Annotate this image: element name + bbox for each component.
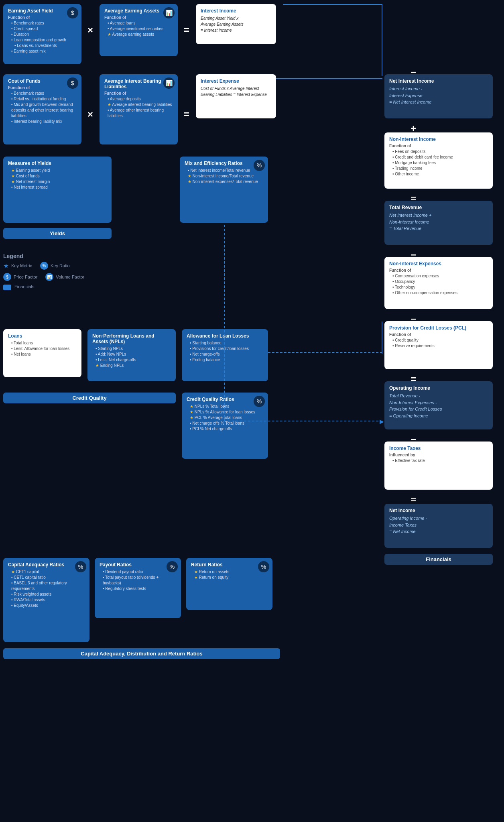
arrow-head-1: ▶ bbox=[380, 418, 384, 425]
mix-efficiency-title: Mix and Efficiency Ratios bbox=[185, 161, 263, 166]
connector-v2 bbox=[382, 321, 382, 354]
bar-chart-icon: 📊 bbox=[163, 7, 175, 18]
npls-card: Non-Performing Loans and Assets (NPLs) •… bbox=[87, 329, 176, 381]
all-title: Allowance for Loan Losses bbox=[187, 333, 263, 339]
nii-body: Interest Income -Interest Expense= Net I… bbox=[389, 85, 488, 106]
percent-icon-1: % bbox=[254, 160, 265, 171]
cost-of-funds-subtitle: Function of bbox=[8, 85, 77, 90]
equals-op-2: = bbox=[181, 108, 193, 120]
legend-key-ratio-label: Key Ratio bbox=[51, 263, 70, 268]
loans-body: • Total loans • Less: Allowance for loan… bbox=[8, 340, 77, 357]
all-body: • Starting balance • Provisions for cred… bbox=[187, 340, 263, 363]
legend-fin-icon bbox=[3, 285, 11, 290]
oi-body: Total Revenue -Non-Interest Expenses -Pr… bbox=[389, 393, 488, 419]
percent-icon-4: % bbox=[167, 561, 178, 572]
measures-yields-body: ★ Earning asset yield ★ Cost of funds ★ … bbox=[8, 168, 107, 190]
operating-income-card: Operating Income Total Revenue -Non-Inte… bbox=[384, 381, 493, 429]
legend-key-metric-label: Key Metric bbox=[11, 263, 32, 268]
oi-title: Operating Income bbox=[389, 385, 488, 391]
yields-label: Yields bbox=[3, 228, 112, 239]
earning-asset-yield-title: Earning Asset Yield bbox=[8, 8, 77, 14]
ni-title: Net Income bbox=[389, 508, 488, 513]
connector-h1 bbox=[283, 4, 382, 5]
interest-expense-title: Interest Expense bbox=[201, 78, 271, 84]
legend-price-factor: $ Price Factor bbox=[3, 273, 37, 281]
earning-asset-yield-card: $ Earning Asset Yield Function of • Benc… bbox=[3, 4, 81, 64]
percent-icon-2: % bbox=[254, 396, 265, 407]
pr-title: Payout Ratios bbox=[100, 562, 176, 568]
dashed-arrow-1 bbox=[268, 352, 382, 353]
legend-box: Legend ★ Key Metric % Key Ratio $ Price … bbox=[3, 253, 112, 291]
earning-asset-yield-subtitle: Function of bbox=[8, 15, 77, 20]
financials-label: Financials bbox=[384, 554, 493, 565]
cqr-title: Credit Quality Ratios bbox=[187, 397, 263, 402]
nie-body: • Compensation expenses • Occupancy • Te… bbox=[389, 273, 488, 296]
car-body: ★ CET1 capital • CET1 capital ratio • BA… bbox=[8, 569, 85, 608]
avg-earning-assets-title: Average Earning Assets bbox=[104, 8, 173, 14]
total-revenue-card: Total Revenue Net Interest Income +Non-I… bbox=[384, 201, 493, 245]
dollar-icon: $ bbox=[67, 7, 78, 18]
multiply-op-2: × bbox=[84, 108, 96, 120]
npls-title: Non-Performing Loans and Assets (NPLs) bbox=[92, 333, 171, 344]
it-title: Income Taxes bbox=[389, 446, 488, 451]
income-taxes-card: Income Taxes Influenced by • Effective t… bbox=[384, 442, 493, 490]
ni-body: Operating Income -Income Taxes= Net Inco… bbox=[389, 515, 488, 535]
connector-v1 bbox=[382, 4, 382, 76]
avg-ibl-title: Average Interest Bearing Liabilities bbox=[104, 78, 173, 90]
dollar-icon-2: $ bbox=[67, 77, 78, 89]
bar-chart-icon-2: 📊 bbox=[163, 77, 175, 89]
nii2-body: • Fees on deposits • Credit and debit ca… bbox=[389, 149, 488, 177]
payout-ratios-card: % Payout Ratios • Dividend payout ratio … bbox=[95, 558, 181, 618]
avg-ibl-subtitle: Function of bbox=[104, 91, 173, 96]
dashed-v-1 bbox=[224, 225, 225, 421]
avg-earning-assets-body: • Average loans • Average investment sec… bbox=[104, 20, 173, 37]
interest-income-body: Earning Asset Yield xAverage Earning Ass… bbox=[201, 15, 271, 33]
return-ratios-card: % Return Ratios ★ Return on assets ★ Ret… bbox=[186, 558, 272, 610]
non-interest-expenses-card: Non-Interest Expenses Function of • Comp… bbox=[384, 257, 493, 309]
it-subtitle: Influenced by bbox=[389, 453, 488, 457]
multiply-op-1: × bbox=[84, 24, 96, 36]
non-interest-income-card: Non-Interest Income Function of • Fees o… bbox=[384, 132, 493, 189]
pcl-title: Provision for Credit Losses (PCL) bbox=[389, 325, 488, 331]
cqr-body: ★ NPLs % Total loans ★ NPLs % Allowance … bbox=[187, 404, 263, 432]
mix-efficiency-body: • Net interest income/Total revenue ★ No… bbox=[185, 168, 263, 185]
total-revenue-body: Net Interest Income +Non-Interest Income… bbox=[389, 212, 488, 232]
nie-title: Non-Interest Expenses bbox=[389, 261, 488, 267]
legend-title: Legend bbox=[3, 253, 112, 259]
npls-body: • Starting NPLs • Add: New NPLs • Less: … bbox=[92, 346, 171, 368]
loans-card: Loans • Total loans • Less: Allowance fo… bbox=[3, 329, 81, 377]
loans-title: Loans bbox=[8, 333, 77, 339]
legend-key-ratio: % Key Ratio bbox=[40, 262, 70, 270]
connector-h2 bbox=[276, 78, 382, 79]
legend-dollar-icon: $ bbox=[3, 273, 11, 281]
total-revenue-title: Total Revenue bbox=[389, 205, 488, 210]
provision-credit-losses-card: Provision for Credit Losses (PCL) Functi… bbox=[384, 321, 493, 369]
capital-adequacy-card: % Capital Adequacy Ratios ★ CET1 capital… bbox=[3, 558, 89, 642]
net-interest-income-card: Net Interest Income Interest Income -Int… bbox=[384, 74, 493, 118]
main-diagram: $ Earning Asset Yield Function of • Benc… bbox=[0, 0, 504, 8]
equals-op-1: = bbox=[181, 24, 193, 36]
nie-subtitle: Function of bbox=[389, 268, 488, 273]
avg-ibl-body: • Average deposits ★ Average interest be… bbox=[104, 96, 173, 119]
cost-of-funds-title: Cost of Funds bbox=[8, 78, 77, 84]
mix-efficiency-card: % Mix and Efficiency Ratios • Net intere… bbox=[180, 157, 268, 223]
interest-expense-card: Interest Expense Cost of Funds x Average… bbox=[196, 74, 276, 118]
avg-interest-bearing-liab-card: 📊 Average Interest Bearing Liabilities F… bbox=[100, 74, 178, 144]
legend-volume-icon: 📊 bbox=[45, 273, 53, 281]
nii2-subtitle: Function of bbox=[389, 144, 488, 148]
legend-financials-label: Financials bbox=[14, 284, 35, 289]
it-body: • Effective tax rate bbox=[389, 458, 488, 464]
net-income-card: Net Income Operating Income -Income Taxe… bbox=[384, 504, 493, 548]
pcl-subtitle: Function of bbox=[389, 332, 488, 337]
nii-title: Net Interest Income bbox=[389, 78, 488, 84]
cost-of-funds-card: $ Cost of Funds Function of • Benchmark … bbox=[3, 74, 81, 144]
legend-key-metric: ★ Key Metric bbox=[3, 262, 32, 270]
percent-icon-5: % bbox=[258, 561, 269, 572]
cost-of-funds-body: • Benchmark rates • Retail vs. Instituti… bbox=[8, 91, 77, 124]
capital-adequacy-label: Capital Adequacy, Distribution and Retur… bbox=[3, 648, 280, 659]
pr-body: • Dividend payout ratio • Total payout r… bbox=[100, 569, 176, 592]
car-title: Capital Adequacy Ratios bbox=[8, 562, 85, 568]
interest-expense-body: Cost of Funds x Average Interest Bearing… bbox=[201, 85, 271, 98]
interest-income-card: Interest Income Earning Asset Yield xAve… bbox=[196, 4, 276, 44]
measures-yields-card: Measures of Yields ★ Earning asset yield… bbox=[3, 157, 112, 223]
